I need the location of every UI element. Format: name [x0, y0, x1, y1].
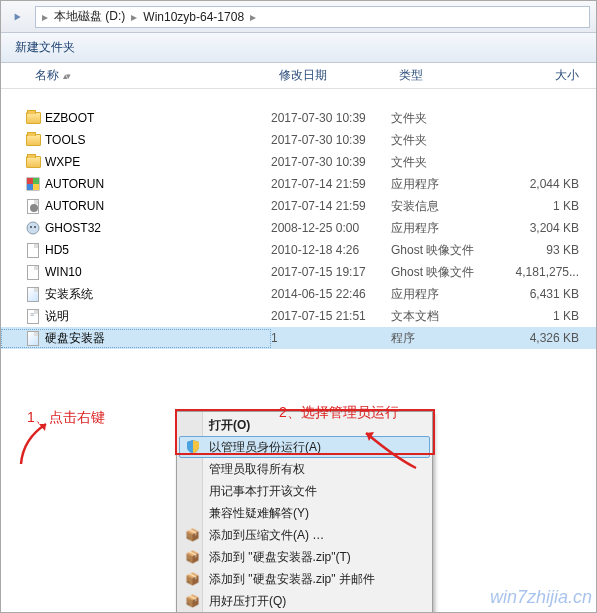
file-name-cell: AUTORUN: [1, 198, 271, 214]
column-size[interactable]: 大小: [503, 63, 587, 88]
folder-icon: [25, 110, 41, 126]
new-folder-button[interactable]: 新建文件夹: [9, 37, 81, 58]
archive-icon: 📦: [183, 526, 201, 544]
file-type-cell: 程序: [391, 330, 503, 347]
file-date-cell: 2017-07-30 10:39: [271, 111, 391, 125]
file-size-cell: 3,204 KB: [503, 221, 587, 235]
file-rows: EZBOOT2017-07-30 10:39文件夹TOOLS2017-07-30…: [1, 89, 596, 349]
table-row[interactable]: AUTORUN2017-07-14 21:59应用程序2,044 KB: [1, 173, 596, 195]
table-row[interactable]: TOOLS2017-07-30 10:39文件夹: [1, 129, 596, 151]
column-headers: 名称▴▾ 修改日期 类型 大小: [1, 63, 596, 89]
file-size-cell: 6,431 KB: [503, 287, 587, 301]
table-row[interactable]: WIN102017-07-15 19:17Ghost 映像文件4,181,275…: [1, 261, 596, 283]
file-type-cell: 安装信息: [391, 198, 503, 215]
ghost-icon: [25, 220, 41, 236]
file-size-cell: 1 KB: [503, 199, 587, 213]
svg-rect-1: [27, 178, 33, 184]
annotation-arrow-1: [11, 419, 61, 469]
svg-point-7: [30, 226, 32, 228]
shield-icon: [184, 438, 202, 456]
file-size-cell: 1 KB: [503, 309, 587, 323]
file-name-cell: WXPE: [1, 154, 271, 170]
chevron-right-icon: ▸: [248, 10, 258, 24]
svg-point-5: [30, 204, 38, 212]
file-size-cell: 4,326 KB: [503, 331, 587, 345]
table-row[interactable]: 安装系统2014-06-15 22:46应用程序6,431 KB: [1, 283, 596, 305]
breadcrumb-folder[interactable]: Win10zyb-64-1708: [139, 10, 248, 24]
menu-troubleshoot[interactable]: 兼容性疑难解答(Y): [179, 502, 430, 524]
breadcrumb-drive[interactable]: 本地磁盘 (D:): [50, 8, 129, 25]
watermark: win7zhijia.cn: [490, 587, 592, 608]
file-date-cell: 2017-07-14 21:59: [271, 199, 391, 213]
svg-point-6: [27, 222, 39, 234]
folder-icon: [25, 132, 41, 148]
file-name-cell: HD5: [1, 242, 271, 258]
table-row[interactable]: WXPE2017-07-30 10:39文件夹: [1, 151, 596, 173]
menu-admin-ownership[interactable]: 管理员取得所有权: [179, 458, 430, 480]
archive-icon: 📦: [183, 548, 201, 566]
sort-icon: ▴▾: [63, 71, 69, 81]
column-name[interactable]: 名称▴▾: [1, 63, 271, 88]
file-type-cell: 应用程序: [391, 286, 503, 303]
table-row[interactable]: 硬盘安装器1程序4,326 KB: [1, 327, 596, 349]
address-bar: ▸ 本地磁盘 (D:) ▸ Win10zyb-64-1708 ▸: [1, 1, 596, 33]
menu-open-notepad[interactable]: 用记事本打开该文件: [179, 480, 430, 502]
chevron-right-icon: ▸: [40, 10, 50, 24]
file-name-cell: TOOLS: [1, 132, 271, 148]
file-type-cell: 应用程序: [391, 220, 503, 237]
column-type[interactable]: 类型: [391, 63, 503, 88]
svg-point-8: [34, 226, 36, 228]
autorun-icon: [25, 176, 41, 192]
exe-icon: [25, 286, 41, 302]
file-name-cell: GHOST32: [1, 220, 271, 236]
file-date-cell: 1: [271, 331, 391, 345]
svg-rect-3: [27, 184, 33, 190]
column-date[interactable]: 修改日期: [271, 63, 391, 88]
file-type-cell: 文本文档: [391, 308, 503, 325]
txt-icon: [25, 308, 41, 324]
file-type-cell: 应用程序: [391, 176, 503, 193]
table-row[interactable]: 说明2017-07-15 21:51文本文档1 KB: [1, 305, 596, 327]
file-icon: [25, 242, 41, 258]
file-list-area: 名称▴▾ 修改日期 类型 大小 EZBOOT2017-07-30 10:39文件…: [1, 63, 596, 612]
file-name-cell: 硬盘安装器: [1, 329, 271, 348]
menu-add-zip[interactable]: 📦添加到 "硬盘安装器.zip"(T): [179, 546, 430, 568]
file-date-cell: 2017-07-15 19:17: [271, 265, 391, 279]
nav-back-button[interactable]: [3, 5, 31, 29]
menu-haozip[interactable]: 📦用好压打开(Q): [179, 590, 430, 612]
file-name-cell: EZBOOT: [1, 110, 271, 126]
file-name-cell: 安装系统: [1, 286, 271, 303]
archive-icon: 📦: [183, 570, 201, 588]
file-size-cell: 4,181,275...: [503, 265, 587, 279]
file-name-cell: AUTORUN: [1, 176, 271, 192]
inf-icon: [25, 198, 41, 214]
file-name-cell: WIN10: [1, 264, 271, 280]
table-row[interactable]: EZBOOT2017-07-30 10:39文件夹: [1, 107, 596, 129]
file-date-cell: 2008-12-25 0:00: [271, 221, 391, 235]
file-type-cell: Ghost 映像文件: [391, 264, 503, 281]
table-row[interactable]: HD52010-12-18 4:26Ghost 映像文件93 KB: [1, 239, 596, 261]
toolbar: 新建文件夹: [1, 33, 596, 63]
file-size-cell: 93 KB: [503, 243, 587, 257]
folder-icon: [25, 154, 41, 170]
menu-add-archive[interactable]: 📦添加到压缩文件(A) …: [179, 524, 430, 546]
breadcrumb[interactable]: ▸ 本地磁盘 (D:) ▸ Win10zyb-64-1708 ▸: [35, 6, 590, 28]
context-menu: 打开(O) 以管理员身份运行(A) 管理员取得所有权 用记事本打开该文件 兼容性…: [176, 411, 433, 612]
menu-run-as-admin[interactable]: 以管理员身份运行(A): [179, 436, 430, 458]
menu-add-email[interactable]: 📦添加到 "硬盘安装器.zip" 并邮件: [179, 568, 430, 590]
file-icon: [25, 264, 41, 280]
file-date-cell: 2017-07-14 21:59: [271, 177, 391, 191]
file-date-cell: 2010-12-18 4:26: [271, 243, 391, 257]
table-row[interactable]: AUTORUN2017-07-14 21:59安装信息1 KB: [1, 195, 596, 217]
file-type-cell: 文件夹: [391, 132, 503, 149]
svg-rect-2: [33, 178, 39, 184]
svg-rect-4: [33, 184, 39, 190]
menu-open[interactable]: 打开(O): [179, 414, 430, 436]
chevron-right-icon: ▸: [129, 10, 139, 24]
file-date-cell: 2014-06-15 22:46: [271, 287, 391, 301]
table-row[interactable]: GHOST322008-12-25 0:00应用程序3,204 KB: [1, 217, 596, 239]
exe-icon: [25, 330, 41, 346]
file-size-cell: 2,044 KB: [503, 177, 587, 191]
file-date-cell: 2017-07-30 10:39: [271, 155, 391, 169]
file-type-cell: 文件夹: [391, 154, 503, 171]
